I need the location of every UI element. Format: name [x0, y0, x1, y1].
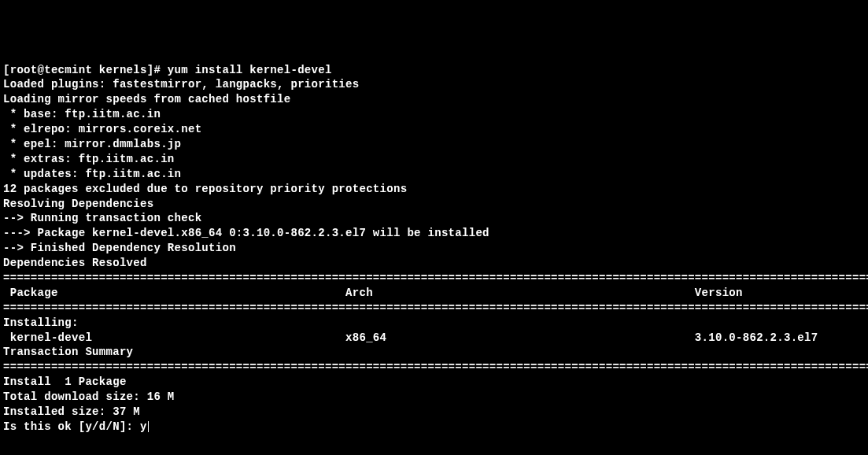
output-line: * base: ftp.iitm.ac.in [3, 107, 865, 122]
output-line: Loaded plugins: fastestmirror, langpacks… [3, 77, 865, 92]
output-line: Transaction Summary [3, 345, 865, 360]
table-header: Package Arch Version [3, 286, 865, 301]
table-row: kernel-devel x86_64 3.10.0-862.2.3.el7 [3, 331, 865, 346]
terminal-output[interactable]: [root@tecmint kernels]# yum install kern… [3, 63, 865, 435]
separator-line: ========================================… [3, 271, 865, 286]
output-line: Installing: [3, 316, 865, 331]
output-line: 12 packages excluded due to repository p… [3, 182, 865, 197]
output-line: --> Running transaction check [3, 211, 865, 226]
output-line: * epel: mirror.dmmlabs.jp [3, 137, 865, 152]
output-line: Installed size: 37 M [3, 405, 865, 420]
output-line: --> Finished Dependency Resolution [3, 241, 865, 256]
output-line: Total download size: 16 M [3, 390, 865, 405]
output-line: * elrepo: mirrors.coreix.net [3, 122, 865, 137]
command-input: yum install kernel-devel [168, 64, 332, 76]
cursor-icon [148, 421, 149, 432]
separator-line: ========================================… [3, 301, 865, 316]
output-line: Loading mirror speeds from cached hostfi… [3, 92, 865, 107]
separator-line: ========================================… [3, 360, 865, 375]
output-line: Resolving Dependencies [3, 197, 865, 212]
output-line: * updates: ftp.iitm.ac.in [3, 167, 865, 182]
confirm-prompt: Is this ok [y/d/N]: [3, 420, 140, 433]
shell-prompt: [root@tecmint kernels]# [3, 64, 168, 76]
output-line: Dependencies Resolved [3, 256, 865, 271]
output-line: ---> Package kernel-devel.x86_64 0:3.10.… [3, 226, 865, 241]
output-line: Install 1 Package [3, 375, 865, 390]
confirm-input[interactable]: y [140, 420, 147, 433]
output-line: * extras: ftp.iitm.ac.in [3, 152, 865, 167]
